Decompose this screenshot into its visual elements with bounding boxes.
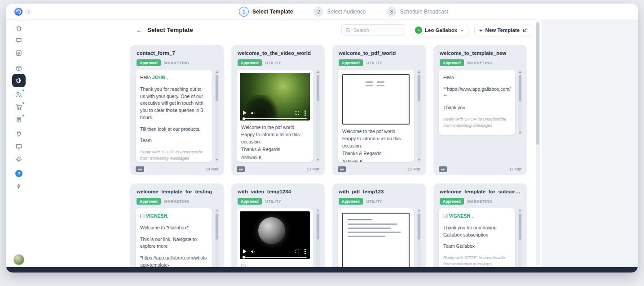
- user-avatar[interactable]: [13, 254, 25, 265]
- play-icon[interactable]: [243, 249, 247, 254]
- forms-clipboard-icon[interactable]: [14, 115, 23, 124]
- message-bubble: Hi welcome to gallabox: [237, 208, 313, 267]
- devices-monitor-icon[interactable]: [14, 142, 23, 151]
- settings-gear-icon[interactable]: [14, 155, 23, 164]
- sidebar: [6, 20, 31, 267]
- new-template-button[interactable]: + New Template: [474, 24, 532, 36]
- message-preview: Hello **https://www.app.gallabox.com/** …: [439, 70, 515, 135]
- status-dot: [22, 89, 25, 92]
- message-preview: Hello JOHN , Thank you for reaching out …: [136, 70, 212, 162]
- main-content: ← Select Template Leo Gallabox + New Tem…: [31, 20, 638, 267]
- step-connector: [297, 12, 309, 12]
- search-box[interactable]: [341, 24, 405, 36]
- message-footer: Reply with 'STOP' to unsubscribe from ma…: [140, 149, 207, 161]
- message-text: ,: [165, 75, 168, 80]
- message-text: Ashwini K: [342, 158, 410, 162]
- message-text: Thanks & Regards: [342, 150, 410, 157]
- badge-row: Approved UTILITY: [332, 56, 426, 66]
- message-text: ,: [167, 213, 168, 219]
- language-badge: en: [439, 166, 447, 172]
- back-button[interactable]: ←: [136, 26, 143, 34]
- template-card[interactable]: with_pdf_temp123 Approved UTILITY: [332, 183, 426, 267]
- message-text: Hello: [140, 75, 152, 80]
- channel-selector[interactable]: Leo Gallabox: [411, 24, 468, 36]
- template-card[interactable]: welcome_to_pdf_world Approved UTILITY We…: [332, 45, 426, 175]
- card-scrollbar[interactable]: [518, 208, 522, 267]
- whatsapp-icon: [415, 27, 422, 34]
- card-scrollbar[interactable]: [518, 70, 522, 135]
- card-scrollbar[interactable]: [316, 208, 320, 267]
- status-dot: [22, 102, 25, 104]
- play-icon[interactable]: [243, 111, 247, 115]
- message-bubble: Hi VIGNESH, Welcome to *Gallabox* This i…: [136, 208, 212, 267]
- category-label: UTILITY: [265, 199, 282, 204]
- message-text: *https://app.gallabox.com/whatsapp-templ…: [140, 255, 207, 267]
- badge-row: Approved UTILITY: [332, 194, 426, 205]
- card-scrollbar[interactable]: [215, 208, 219, 267]
- message-text: Hi: [443, 213, 449, 219]
- orders-box-icon[interactable]: [14, 64, 23, 73]
- gallabox-logo-icon[interactable]: [14, 8, 22, 16]
- chat-icon[interactable]: [14, 36, 23, 45]
- message-bubble: Welcome to the pdf world. Happy to infor…: [237, 70, 313, 162]
- top-bar: 1 Select Template 2 Select Audience 3 Sc…: [6, 4, 638, 20]
- message-text: Thank you: [443, 104, 511, 112]
- template-card[interactable]: with_video_temp1234 Approved UTILITY: [231, 183, 325, 267]
- message-text: Ashwini K: [241, 154, 309, 161]
- badge-row: Approved MARKETING: [433, 194, 527, 205]
- date-label: 14 Mar: [206, 167, 218, 171]
- template-card[interactable]: welcome_template_for_testing Approved MA…: [130, 183, 224, 267]
- contacts-icon[interactable]: [14, 90, 23, 99]
- message-text: Thanks & Regards: [241, 146, 309, 153]
- knowledge-base-icon[interactable]: [14, 49, 23, 58]
- badge-row: Approved MARKETING: [130, 194, 224, 205]
- chevron-down-icon: [459, 28, 464, 33]
- status-badge: Approved: [339, 198, 363, 205]
- card-scrollbar[interactable]: [417, 70, 421, 162]
- message-preview: [338, 208, 414, 267]
- card-scrollbar[interactable]: [316, 70, 320, 162]
- page-scrollbar[interactable]: [536, 21, 540, 265]
- step-number: 3: [387, 7, 397, 17]
- app-window: 1 Select Template 2 Select Audience 3 Sc…: [6, 4, 638, 273]
- video-player: [240, 211, 310, 259]
- template-card[interactable]: welcome_to_the_video_world Approved UTIL…: [231, 45, 325, 175]
- page-title: Select Template: [147, 27, 193, 33]
- message-text: **https://www.app.gallabox.com/**: [443, 86, 511, 100]
- variable-chip: VIGNESH: [449, 213, 470, 219]
- step-connector: [371, 12, 382, 12]
- broadcast-stepper: 1 Select Template 2 Select Audience 3 Sc…: [239, 4, 448, 20]
- step-select-template[interactable]: 1 Select Template: [239, 7, 293, 17]
- template-card[interactable]: welcome_template_for_subscri... Approved…: [433, 183, 527, 267]
- step-schedule-broadcast[interactable]: 3 Schedule Broadcast: [387, 7, 448, 17]
- search-input[interactable]: [353, 27, 401, 33]
- card-footer: en 11 Mar: [439, 166, 521, 172]
- integrations-plug-icon[interactable]: [14, 130, 23, 139]
- message-text: Welcome to the pdf world. Happy to infor…: [241, 124, 309, 145]
- page-scrollbar-thumb[interactable]: [536, 22, 539, 145]
- message-text: ,: [470, 213, 473, 219]
- automation-bolt-icon[interactable]: [14, 182, 23, 191]
- commerce-cart-icon[interactable]: [14, 103, 23, 112]
- template-name: welcome_to_template_new: [433, 45, 527, 56]
- video-controls: [243, 110, 307, 116]
- message-bubble: Welcome to the pdf world. Happy to infor…: [338, 70, 414, 162]
- card-scrollbar[interactable]: [215, 70, 219, 162]
- broadcast-megaphone-icon[interactable]: [12, 74, 26, 87]
- pdf-preview: [342, 74, 410, 125]
- sidebar-expand-icon[interactable]: [25, 9, 31, 15]
- card-footer: en 13 Mar: [237, 166, 319, 172]
- category-label: MARKETING: [468, 61, 493, 65]
- help-icon[interactable]: [14, 169, 23, 178]
- template-card[interactable]: welcome_to_template_new Approved MARKETI…: [433, 45, 527, 175]
- card-scrollbar[interactable]: [417, 208, 421, 267]
- video-player: [240, 73, 310, 121]
- date-label: 13 Mar: [408, 167, 420, 171]
- template-name: contact_form_7: [130, 45, 224, 56]
- template-card[interactable]: contact_form_7 Approved MARKETING Hello …: [130, 45, 224, 175]
- video-progress-bar: [243, 118, 307, 120]
- home-icon[interactable]: [14, 23, 23, 32]
- message-text: Welcome to *Gallabox*: [140, 224, 207, 232]
- template-name: welcome_template_for_subscri...: [433, 183, 527, 194]
- step-select-audience[interactable]: 2 Select Audience: [313, 7, 366, 17]
